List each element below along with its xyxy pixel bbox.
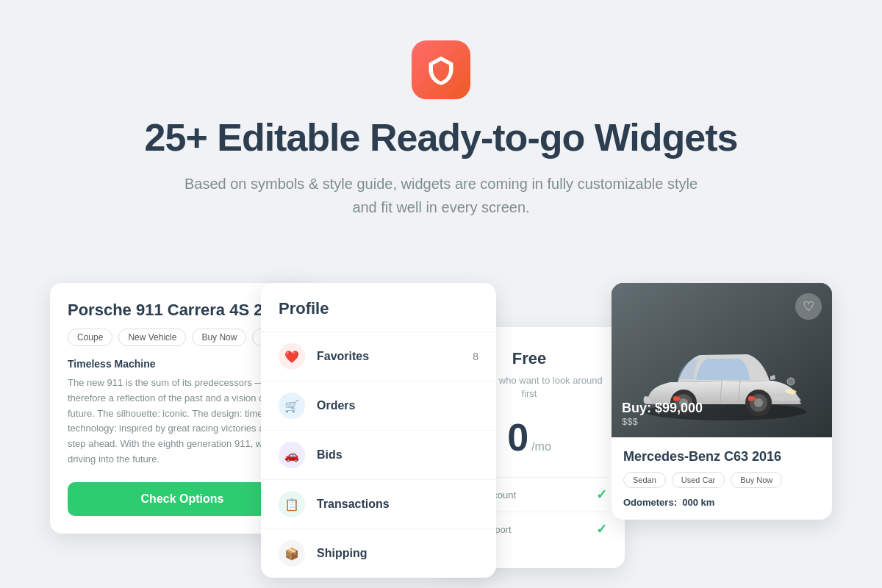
mercedes-image: ♡ Buy: $99,000 $$$ bbox=[612, 283, 832, 437]
car-tag-coupe: Coupe bbox=[68, 329, 112, 346]
mercedes-card-widget: ♡ Buy: $99,000 $$$ Mercedes-Benz C63 201… bbox=[612, 283, 832, 520]
price-overlay: Buy: $99,000 $$$ bbox=[622, 401, 703, 427]
bids-icon: 🚗 bbox=[279, 442, 305, 468]
shipping-label: Shipping bbox=[317, 547, 478, 560]
mercedes-tag-buy-now: Buy Now bbox=[731, 472, 782, 488]
menu-item-orders[interactable]: 🛒 Orders bbox=[261, 381, 496, 431]
shipping-icon: 📦 bbox=[279, 540, 305, 567]
car-tag-new-vehicle: New Vehicle bbox=[118, 329, 186, 346]
mercedes-title: Mercedes-Benz C63 2016 bbox=[623, 449, 820, 465]
buy-price: Buy: $99,000 bbox=[622, 401, 703, 416]
menu-item-transactions[interactable]: 📋 Transactions bbox=[261, 480, 496, 529]
transactions-label: Transactions bbox=[317, 498, 478, 511]
app-logo-icon bbox=[425, 54, 457, 86]
mercedes-tags: Sedan Used Car Buy Now bbox=[623, 472, 820, 488]
profile-header: Profile bbox=[261, 283, 496, 332]
odometer-info: Odometers: 000 km bbox=[623, 497, 820, 508]
odometer-label: Odometers: bbox=[623, 497, 677, 508]
menu-item-favorites[interactable]: ❤️ Favorites 8 bbox=[261, 332, 496, 381]
car-tag-buy-now: Buy Now bbox=[192, 329, 246, 346]
page-title: 25+ Editable Ready-to-go Widgets bbox=[0, 117, 882, 159]
orders-label: Orders bbox=[317, 399, 478, 412]
menu-item-bids[interactable]: 🚗 Bids bbox=[261, 431, 496, 480]
mercedes-info: Mercedes-Benz C63 2016 Sedan Used Car Bu… bbox=[612, 437, 832, 520]
price-number: 0 bbox=[507, 415, 528, 459]
menu-item-shipping[interactable]: 📦 Shipping bbox=[261, 529, 496, 578]
heart-icon: ♡ bbox=[803, 298, 814, 315]
favorites-badge: 8 bbox=[473, 351, 478, 362]
price-period: /mo bbox=[531, 440, 551, 453]
page-subtitle: Based on symbols & style guide, widgets … bbox=[184, 172, 698, 219]
check-icon-users: ✓ bbox=[596, 487, 607, 503]
orders-icon: 🛒 bbox=[279, 392, 305, 419]
odometer-value: 000 km bbox=[682, 497, 714, 508]
mercedes-tag-used-car: Used Car bbox=[672, 472, 725, 488]
svg-point-11 bbox=[787, 378, 795, 385]
favorites-label: Favorites bbox=[317, 350, 473, 363]
favorites-icon: ❤️ bbox=[279, 343, 305, 370]
app-icon bbox=[412, 40, 470, 99]
mercedes-tag-sedan: Sedan bbox=[623, 472, 666, 488]
bids-label: Bids bbox=[317, 448, 478, 462]
price-tier: $$$ bbox=[622, 416, 703, 427]
check-icon-email: ✓ bbox=[596, 521, 607, 537]
profile-title: Profile bbox=[279, 299, 478, 318]
favorite-heart-button[interactable]: ♡ bbox=[795, 293, 822, 320]
transactions-icon: 📋 bbox=[279, 491, 305, 517]
profile-widget: Profile ❤️ Favorites 8 🛒 Orders 🚗 Bids 📋… bbox=[261, 283, 496, 578]
page-header: 25+ Editable Ready-to-go Widgets Based o… bbox=[0, 0, 882, 241]
